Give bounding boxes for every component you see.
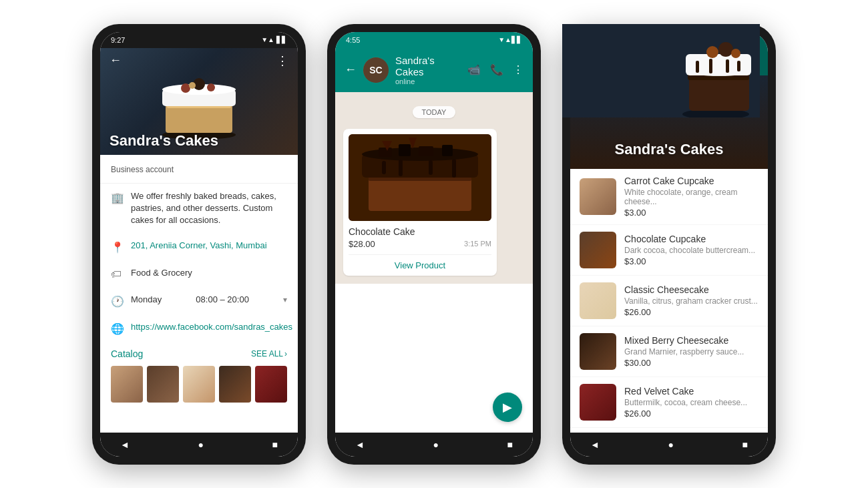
- hours-row[interactable]: 🕐 Monday 08:00 – 20:00 ▾: [100, 287, 298, 314]
- phone1-back-button[interactable]: ←: [110, 53, 122, 67]
- send-button[interactable]: ▶: [493, 393, 522, 422]
- chat-body: TODAY: [335, 92, 533, 284]
- phone1-time: 9:27: [111, 36, 125, 44]
- svg-point-8: [189, 82, 196, 89]
- business-website[interactable]: https://www.facebook.com/sandras_cakes: [131, 321, 292, 333]
- product-info-4: Red Velvet Cake Buttermilk, cocoa, cream…: [624, 386, 758, 419]
- product-item-4[interactable]: Red Velvet Cake Buttermilk, cocoa, cream…: [570, 377, 768, 428]
- phone2-back-button[interactable]: ←: [345, 63, 357, 77]
- nav-home-button[interactable]: ●: [433, 439, 438, 450]
- profile-header: ← ⋮ Sandra's Cakes: [100, 48, 298, 155]
- svg-rect-22: [382, 161, 386, 174]
- hours-expand-icon[interactable]: ▾: [283, 295, 287, 304]
- product-price-3: $30.00: [624, 358, 758, 368]
- product-message[interactable]: Chocolate Cake $28.00 3:15 PM View Produ…: [343, 129, 497, 276]
- business-badge: Business account: [111, 165, 174, 174]
- nav-recents-button[interactable]: ■: [272, 439, 278, 450]
- product-thumb-0: [580, 178, 616, 215]
- phone3-nav: ◄ ● ■: [570, 433, 768, 457]
- svg-rect-25: [452, 159, 456, 178]
- nav-back-button[interactable]: ◄: [355, 439, 365, 450]
- phone2-time: 4:55: [346, 36, 360, 44]
- phone1-more-button[interactable]: ⋮: [276, 53, 288, 68]
- price-row: $28.00 3:15 PM: [349, 239, 491, 249]
- chat-more-icon[interactable]: ⋮: [513, 63, 523, 76]
- product-name-1: Chocolate Cupcake: [624, 234, 758, 244]
- product-item-0[interactable]: Carrot Cake Cupcake White chocolate, ora…: [570, 169, 768, 225]
- chat-actions: 📹 📞 ⋮: [467, 63, 523, 76]
- product-name-3: Mixed Berry Cheesecake: [624, 335, 758, 346]
- category-row: 🏷 Food & Grocery: [100, 260, 298, 287]
- product-price-1: $3.00: [624, 256, 758, 266]
- product-info-0: Carrot Cake Cupcake White chocolate, ora…: [624, 176, 758, 218]
- product-item-3[interactable]: Mixed Berry Cheesecake Grand Marnier, ra…: [570, 326, 768, 377]
- chat-avatar[interactable]: SC: [363, 57, 389, 83]
- product-desc-3: Grand Marnier, raspberry sauce...: [624, 347, 758, 356]
- product-info-1: Chocolate Cupcake Dark cocoa, chocolate …: [624, 234, 758, 266]
- nav-home-button[interactable]: ●: [668, 439, 673, 450]
- product-image: [349, 134, 491, 221]
- catalog-thumb-1[interactable]: [111, 366, 143, 403]
- product-desc-2: Vanilla, citrus, graham cracker crust...: [624, 296, 758, 306]
- svg-rect-16: [379, 148, 392, 157]
- product-info-2: Classic Cheesecake Vanilla, citrus, grah…: [624, 284, 758, 317]
- svg-point-7: [207, 83, 215, 91]
- product-price: $28.00: [349, 239, 375, 249]
- phone2-status-icons: ▼▲▋▋: [498, 36, 522, 43]
- nav-home-button[interactable]: ●: [198, 439, 203, 450]
- view-product-button[interactable]: View Product: [349, 260, 491, 270]
- phone1-nav: ◄ ● ■: [100, 433, 298, 457]
- description-icon: 🏢: [111, 192, 123, 204]
- product-desc-1: Dark cocoa, chocolate buttercream...: [624, 246, 758, 255]
- catalog-thumb-4[interactable]: [219, 366, 251, 403]
- chat-header: ← SC Sandra's Cakes online 📹 📞 ⋮: [335, 48, 533, 92]
- product-thumb-2: [580, 282, 616, 319]
- product-item-1[interactable]: Chocolate Cupcake Dark cocoa, chocolate …: [570, 225, 768, 276]
- svg-point-5: [181, 83, 190, 93]
- product-name-2: Classic Cheesecake: [624, 284, 758, 295]
- svg-point-33: [718, 42, 733, 57]
- video-call-icon[interactable]: 📹: [467, 63, 481, 76]
- business-address[interactable]: 201, Areniia Corner, Vashi, Mumbai: [131, 240, 267, 252]
- chat-body-wrapper: TODAY: [335, 92, 533, 433]
- business-category: Food & Grocery: [131, 267, 192, 279]
- svg-text:SC: SC: [369, 65, 382, 75]
- product-name-0: Carrot Cake Cupcake: [624, 176, 758, 186]
- product-price-0: $3.00: [624, 208, 758, 218]
- catalog-thumb-2[interactable]: [147, 366, 179, 403]
- send-icon: ▶: [503, 400, 512, 415]
- nav-back-button[interactable]: ◄: [120, 439, 130, 450]
- chat-contact-name: Sandra's Cakes: [395, 55, 461, 77]
- message-time: 3:15 PM: [464, 240, 491, 248]
- catalog-header: Catalog SEE ALL ›: [111, 348, 287, 359]
- clock-icon: 🕐: [111, 295, 123, 308]
- nav-back-button[interactable]: ◄: [590, 439, 600, 450]
- svg-rect-17: [399, 144, 411, 156]
- product-thumb-4: [580, 384, 616, 421]
- product-desc-4: Buttermilk, cocoa, cream cheese...: [624, 398, 758, 407]
- hours-time: 08:00 – 20:00: [196, 294, 249, 306]
- catalog-thumb-5[interactable]: [255, 366, 287, 403]
- address-row: 📍 201, Areniia Corner, Vashi, Mumbai: [100, 233, 298, 260]
- phone2-status-bar: 4:55 ▼▲▋▋: [335, 32, 533, 48]
- category-icon: 🏷: [111, 268, 123, 280]
- nav-recents-button[interactable]: ■: [742, 439, 748, 450]
- today-pill: TODAY: [413, 106, 456, 118]
- svg-rect-18: [419, 146, 433, 156]
- product-item-2[interactable]: Classic Cheesecake Vanilla, citrus, grah…: [570, 276, 768, 326]
- svg-rect-35: [696, 61, 699, 73]
- today-badge: TODAY: [343, 105, 525, 118]
- business-badge-section: Business account: [100, 155, 298, 184]
- see-all-button[interactable]: SEE ALL ›: [251, 349, 287, 358]
- profile-top-bar: ← ⋮: [100, 48, 298, 73]
- message-divider: [349, 254, 491, 255]
- svg-rect-36: [709, 59, 712, 73]
- catalog-thumb-3[interactable]: [183, 366, 215, 403]
- voice-call-icon[interactable]: 📞: [490, 63, 503, 76]
- location-icon: 📍: [111, 241, 123, 254]
- catalog-thumbnails: [111, 366, 287, 403]
- phone3: 12:30 ▼▲▋▋ ← Catalog Manager: [562, 24, 776, 465]
- phone1-status-bar: 9:27 ▼▲ ▋▋: [100, 32, 298, 48]
- nav-recents-button[interactable]: ■: [507, 439, 513, 450]
- profile-body: Business account 🏢 We offer freshly bake…: [100, 155, 298, 433]
